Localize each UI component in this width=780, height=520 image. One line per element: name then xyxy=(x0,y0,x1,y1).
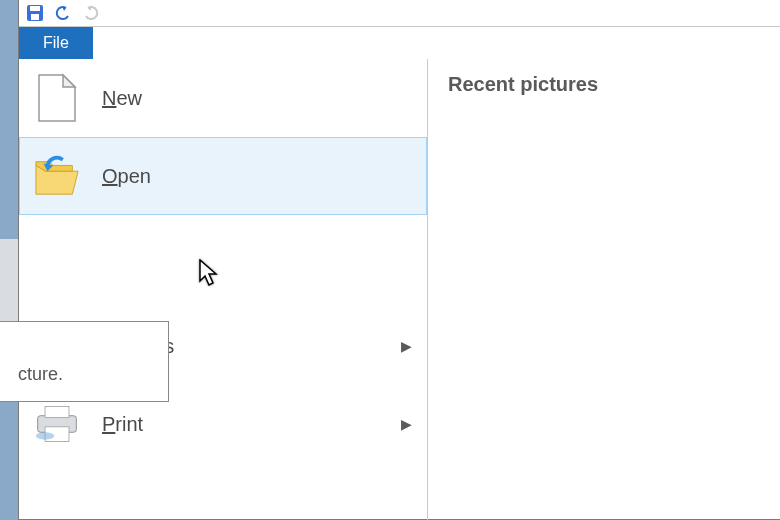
recent-pane: Recent pictures xyxy=(428,59,780,520)
menu-gap xyxy=(19,215,427,307)
svg-point-11 xyxy=(36,432,54,439)
titlebar xyxy=(19,0,780,27)
tooltip-text: cture. xyxy=(18,364,63,384)
undo-qat-icon[interactable] xyxy=(53,3,73,23)
menu-label-print: Print xyxy=(102,413,143,436)
cursor-icon xyxy=(199,259,221,291)
ribbon-tab-row: File xyxy=(19,27,780,59)
svg-rect-9 xyxy=(45,407,69,418)
tooltip: cture. xyxy=(0,321,169,402)
chevron-right-icon: ▶ xyxy=(401,338,412,354)
paint-window: File New Open Save as xyxy=(18,0,780,520)
file-tab-label: File xyxy=(43,34,69,52)
svg-rect-1 xyxy=(30,6,40,11)
file-menu-column: New Open Save as ▶ Print xyxy=(19,59,428,520)
menu-item-open[interactable]: Open xyxy=(19,137,427,215)
save-qat-icon[interactable] xyxy=(25,3,45,23)
open-folder-icon xyxy=(34,150,80,202)
menu-item-new[interactable]: New xyxy=(19,59,427,137)
chevron-right-icon: ▶ xyxy=(401,416,412,432)
printer-icon xyxy=(34,398,80,450)
recent-title: Recent pictures xyxy=(448,73,760,96)
menu-label-open: Open xyxy=(102,165,151,188)
svg-rect-2 xyxy=(31,14,39,20)
background-window-sliver xyxy=(0,0,18,520)
redo-qat-icon[interactable] xyxy=(81,3,101,23)
menu-label-new: New xyxy=(102,87,142,110)
new-file-icon xyxy=(34,72,80,124)
file-tab[interactable]: File xyxy=(19,27,93,59)
file-backstage: New Open Save as ▶ Print xyxy=(19,59,780,520)
